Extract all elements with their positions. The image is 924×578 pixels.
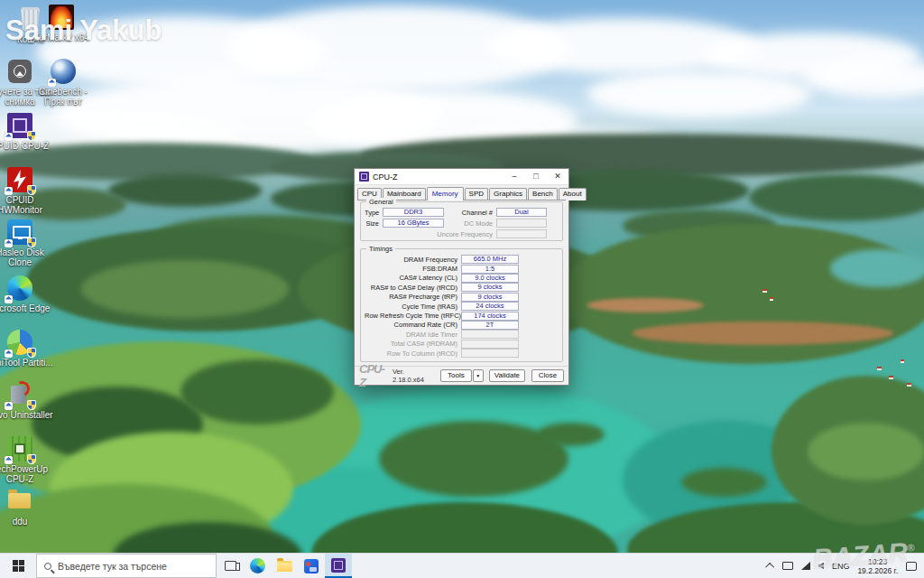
minimize-button[interactable]: – — [504, 169, 525, 184]
size-label: Size — [365, 219, 383, 228]
tab-graphics[interactable]: Graphics — [489, 188, 527, 200]
edge-icon — [250, 558, 265, 573]
desktop-icon-techpowerup[interactable]: TechPowerUp CPU-Z — [0, 435, 54, 484]
dc-mode-label: DC Mode — [455, 219, 496, 228]
desktop-icon-cinebench[interactable]: Cinebench - Пряк път — [29, 58, 97, 107]
folder-icon — [6, 488, 33, 515]
window-title: CPU-Z — [373, 172, 504, 182]
tab-memory[interactable]: Memory — [427, 187, 464, 200]
tools-button[interactable]: Tools — [440, 369, 471, 382]
network-icon[interactable] — [801, 562, 810, 570]
techpowerup-cpuz-icon — [6, 435, 33, 462]
tras-field: 24 clocks — [461, 302, 519, 311]
close-button[interactable]: ✕ — [547, 169, 568, 184]
uncore-field — [496, 229, 547, 238]
desktop-icon-edge[interactable]: Microsoft Edge — [0, 275, 54, 313]
photographer-watermark: Sami Yakub — [5, 14, 162, 47]
trfc-field: 174 clocks — [461, 312, 519, 321]
windows-logo-icon — [13, 560, 24, 572]
desktop-icon-ddu-folder[interactable]: ddu — [0, 488, 54, 527]
tab-spd[interactable]: SPD — [465, 188, 488, 200]
taskbar: Въведете тук за търсене ENG 10:23 19.2.2… — [0, 553, 924, 578]
desktop-icon-hasleo[interactable]: Hasleo Disk Clone — [0, 219, 54, 267]
cinebench-icon — [50, 58, 77, 85]
cpuz-icon — [6, 112, 33, 139]
taskbar-cpuz-button[interactable] — [325, 554, 352, 578]
general-group: General Type DDR3 Size 16 GBytes Channel… — [360, 201, 563, 241]
taskbar-photos-button[interactable] — [298, 554, 325, 578]
trp-field: 9 clocks — [461, 293, 519, 302]
window-footer: CPU-Z Ver. 2.18.0.x64 Tools ▼ Validate C… — [355, 366, 568, 385]
row-to-column-field — [461, 349, 519, 358]
search-placeholder: Въведете тук за търсене — [58, 561, 167, 572]
maximize-button[interactable]: □ — [525, 169, 547, 184]
task-view-icon — [225, 561, 236, 571]
type-label: Type — [365, 209, 383, 217]
uncore-label: Uncore Frequency — [415, 230, 496, 238]
validate-button[interactable]: Validate — [489, 369, 525, 382]
cpuz-logo: CPU-Z — [359, 362, 389, 389]
file-explorer-icon — [277, 561, 292, 572]
desktop-icon-minitool[interactable]: MiniTool Partiti... — [0, 329, 54, 368]
channel-field: Dual — [496, 208, 547, 217]
hasleo-icon — [6, 219, 33, 246]
fsb-dram-field: 1:5 — [461, 265, 519, 274]
channel-label: Channel # — [455, 209, 496, 217]
desktop-icon-cpuid-cpuz[interactable]: CPUID CPU-Z — [0, 112, 54, 151]
hidden-icons-chevron[interactable] — [765, 563, 774, 572]
cas-latency-field: 9.0 clocks — [461, 274, 519, 283]
trcd-field: 9 clocks — [461, 283, 519, 292]
taskbar-edge-button[interactable] — [244, 554, 271, 578]
tab-about[interactable]: About — [559, 188, 587, 200]
trdram-field — [461, 340, 519, 349]
revo-icon — [6, 381, 33, 408]
dram-frequency-field: 665.0 MHz — [461, 255, 519, 264]
type-field: DDR3 — [383, 208, 444, 217]
hwmonitor-icon — [6, 166, 33, 193]
taskbar-explorer-button[interactable] — [271, 554, 298, 578]
titlebar[interactable]: CPU-Z – □ ✕ — [355, 169, 568, 185]
display-tray-icon[interactable] — [782, 562, 793, 570]
dram-idle-field — [461, 330, 519, 339]
desktop-icon-hwmonitor[interactable]: CPUID HWMonitor — [0, 166, 54, 215]
cpuz-app-icon — [359, 172, 369, 182]
close-dialog-button[interactable]: Close — [531, 369, 564, 382]
start-button[interactable] — [0, 554, 36, 578]
task-view-button[interactable] — [217, 554, 244, 578]
timings-group: Timings DRAM Frequency665.0 MHz FSB:DRAM… — [360, 248, 563, 362]
desktop: Sami Yakub BAZAR® Кошче FurMark2 x64 Нау… — [0, 0, 924, 578]
cpuz-icon — [331, 558, 346, 573]
minitool-icon — [6, 329, 33, 356]
cpuz-window: CPU-Z – □ ✕ CPU Mainboard Memory SPD Gra… — [354, 168, 569, 386]
search-icon — [44, 563, 51, 570]
dc-mode-field — [496, 219, 547, 228]
tools-dropdown-button[interactable]: ▼ — [473, 369, 484, 382]
version-label: Ver. 2.18.0.x64 — [393, 368, 435, 384]
photos-icon — [304, 559, 319, 573]
size-field: 16 GBytes — [383, 219, 444, 228]
command-rate-field: 2T — [461, 321, 519, 330]
tab-bench[interactable]: Bench — [528, 188, 558, 200]
desktop-icon-revo[interactable]: Revo Uninstaller — [0, 381, 54, 420]
search-input[interactable]: Въведете тук за търсене — [36, 554, 217, 578]
edge-icon — [6, 275, 33, 302]
